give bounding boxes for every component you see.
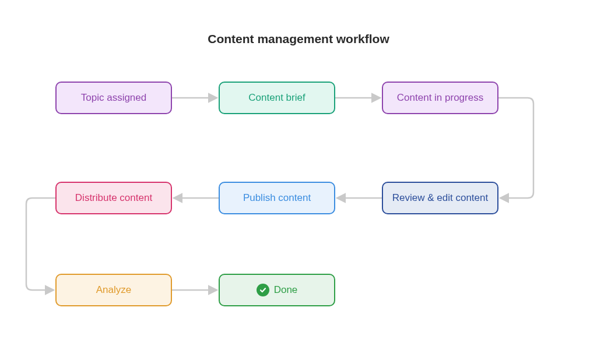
node-label: Analyze [96, 284, 131, 296]
diagram-title: Content management workflow [0, 32, 597, 46]
node-distribute-content: Distribute content [55, 182, 172, 214]
node-label: Content in progress [397, 92, 483, 104]
node-publish-content: Publish content [219, 182, 335, 214]
arrow-distribute-to-analyze [26, 198, 55, 290]
node-review-edit-content: Review & edit content [382, 182, 498, 214]
arrow-progress-to-review [498, 98, 533, 198]
diagram-canvas: Content management workflow Topic assign… [0, 0, 597, 364]
check-circle-icon [257, 284, 269, 296]
node-content-in-progress: Content in progress [382, 82, 498, 114]
node-label: Review & edit content [392, 192, 488, 204]
node-label: Distribute content [75, 192, 152, 204]
node-label: Topic assigned [81, 92, 146, 104]
node-label: Content brief [248, 92, 305, 104]
node-label: Done [274, 284, 298, 296]
node-done: Done [219, 274, 335, 306]
node-topic-assigned: Topic assigned [55, 82, 172, 114]
node-analyze: Analyze [55, 274, 172, 306]
node-content-brief: Content brief [219, 82, 335, 114]
node-label: Publish content [243, 192, 311, 204]
